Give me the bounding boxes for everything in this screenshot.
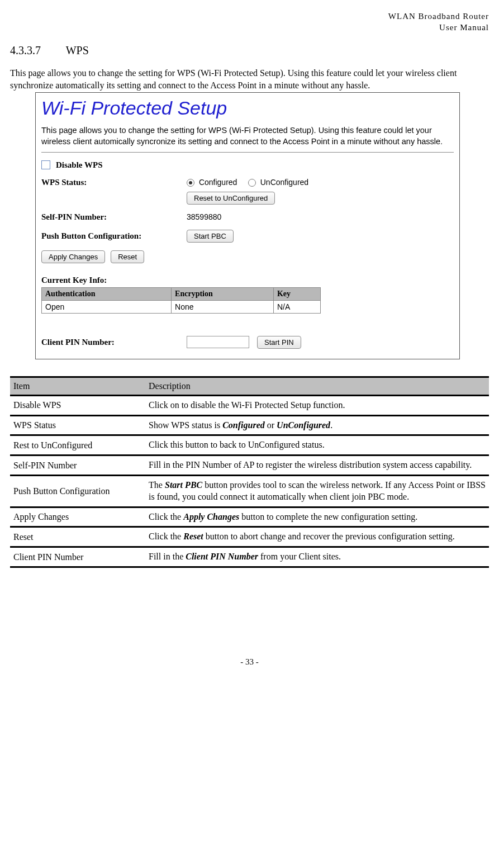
- table-row: Apply ChangesClick the Apply Changes but…: [10, 507, 489, 527]
- table-row: Open None N/A: [42, 300, 321, 313]
- disable-wps-checkbox[interactable]: [41, 160, 50, 169]
- desc-cell: Click the Reset button to abort change a…: [145, 527, 489, 547]
- selfpin-value: 38599880: [187, 212, 221, 221]
- keyinfo-label: Current Key Info:: [41, 276, 107, 285]
- clientpin-label: Client PIN Number:: [41, 338, 187, 347]
- item-cell: Rest to UnConfigured: [10, 435, 145, 456]
- unconfigured-label: UnConfigured: [260, 178, 308, 187]
- item-cell: Apply Changes: [10, 507, 145, 527]
- pbc-row: Push Button Configuration: Start PBC: [41, 230, 454, 243]
- disable-wps-label: Disable WPS: [56, 160, 103, 170]
- table-header-row: Authentication Encryption Key: [42, 287, 321, 300]
- page-number: - 33 -: [10, 657, 489, 667]
- key-cell: N/A: [273, 300, 320, 313]
- doc-header-line1: WLAN Broadband Router: [10, 11, 489, 22]
- item-cell: Self-PIN Number: [10, 456, 145, 476]
- table-row: ResetClick the Reset button to abort cha…: [10, 527, 489, 547]
- desc-header-row: Item Description: [10, 377, 489, 395]
- table-row: Self-PIN NumberFill in the PIN Number of…: [10, 456, 489, 476]
- wps-status-row: WPS Status: Configured UnConfigured: [41, 178, 454, 187]
- enc-cell: None: [172, 300, 274, 313]
- auth-header: Authentication: [42, 287, 172, 300]
- wps-description: This page allows you to change the setti…: [41, 125, 454, 148]
- unconfigured-radio[interactable]: [248, 179, 256, 187]
- desc-cell: Show WPS status is Configured or UnConfi…: [145, 415, 489, 435]
- doc-header: WLAN Broadband Router User Manual: [10, 11, 489, 33]
- selfpin-label: Self-PIN Number:: [41, 212, 187, 222]
- pbc-label: Push Button Configuration:: [41, 231, 187, 241]
- clientpin-row: Client PIN Number: Start PIN: [41, 336, 454, 349]
- desc-cell: Click this button to back to UnConfigure…: [145, 435, 489, 456]
- item-cell: Push Button Configuration: [10, 475, 145, 507]
- table-row: Client PIN NumberFill in the Client PIN …: [10, 547, 489, 567]
- wps-title: Wi-Fi Protected Setup: [41, 97, 454, 119]
- apply-changes-button[interactable]: Apply Changes: [41, 250, 105, 263]
- desc-header: Description: [145, 377, 489, 395]
- section-title: WPS: [66, 44, 89, 56]
- description-table: Item Description Disable WPSClick on to …: [10, 376, 489, 568]
- configured-radio[interactable]: [187, 179, 194, 187]
- intro-paragraph: This page allows you to change the setti…: [10, 67, 489, 91]
- section-number: 4.3.3.7: [10, 44, 63, 57]
- start-pbc-button[interactable]: Start PBC: [187, 230, 234, 243]
- item-cell: WPS Status: [10, 415, 145, 435]
- reset-unconf-row: Reset to UnConfigured: [41, 192, 454, 205]
- configured-label: Configured: [199, 178, 237, 187]
- desc-cell: The Start PBC button provides tool to sc…: [145, 475, 489, 507]
- table-row: Push Button ConfigurationThe Start PBC b…: [10, 475, 489, 507]
- doc-header-line2: User Manual: [10, 22, 489, 34]
- wps-screenshot: Wi-Fi Protected Setup This page allows y…: [35, 92, 460, 359]
- item-cell: Disable WPS: [10, 395, 145, 415]
- desc-cell: Fill in the PIN Number of AP to register…: [145, 456, 489, 476]
- selfpin-row: Self-PIN Number: 38599880: [41, 212, 454, 222]
- reset-unconfigured-button[interactable]: Reset to UnConfigured: [187, 192, 275, 205]
- key-header: Key: [273, 287, 320, 300]
- key-info-table: Authentication Encryption Key Open None …: [41, 287, 321, 314]
- wps-status-label: WPS Status:: [41, 178, 187, 187]
- start-pin-button[interactable]: Start PIN: [257, 336, 301, 349]
- divider: [41, 152, 454, 153]
- desc-cell: Click the Apply Changes button to comple…: [145, 507, 489, 527]
- item-header: Item: [10, 377, 145, 395]
- table-row: WPS StatusShow WPS status is Configured …: [10, 415, 489, 435]
- desc-cell: Fill in the Client PIN Number from your …: [145, 547, 489, 567]
- apply-reset-row: Apply Changes Reset: [41, 250, 454, 263]
- item-cell: Client PIN Number: [10, 547, 145, 567]
- clientpin-input[interactable]: [187, 336, 249, 348]
- disable-wps-row: Disable WPS: [41, 160, 454, 170]
- wps-status-options: Configured UnConfigured: [187, 178, 308, 187]
- reset-button[interactable]: Reset: [111, 250, 144, 263]
- item-cell: Reset: [10, 527, 145, 547]
- enc-header: Encryption: [172, 287, 274, 300]
- desc-cell: Click on to disable the Wi-Fi Protected …: [145, 395, 489, 415]
- table-row: Disable WPSClick on to disable the Wi-Fi…: [10, 395, 489, 415]
- auth-cell: Open: [42, 300, 172, 313]
- keyinfo-row: Current Key Info:: [41, 276, 454, 285]
- section-heading: 4.3.3.7 WPS: [10, 44, 489, 57]
- table-row: Rest to UnConfiguredClick this button to…: [10, 435, 489, 456]
